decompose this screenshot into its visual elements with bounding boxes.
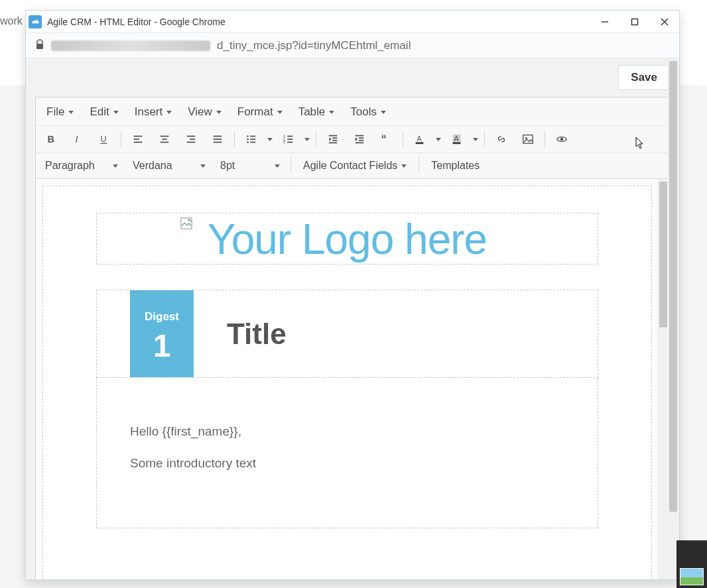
- font-size-select[interactable]: 8pt: [214, 156, 287, 176]
- separator: [290, 158, 291, 174]
- svg-marker-35: [329, 139, 332, 141]
- window-titlebar: Agile CRM - HTML Editor - Google Chrome: [26, 11, 679, 33]
- chevron-down-icon: [275, 164, 280, 168]
- text-color-button[interactable]: A: [407, 129, 443, 150]
- separator: [234, 131, 235, 147]
- menu-table[interactable]: Table: [292, 101, 342, 123]
- editor-frame: File Edit Insert View Format Table Tools…: [35, 97, 670, 579]
- chevron-down-icon: [473, 138, 478, 141]
- body-cell[interactable]: Hello {{first_name}}, Some introductory …: [96, 378, 598, 528]
- contact-fields-dropdown[interactable]: Agile Contact Fields: [295, 156, 415, 176]
- blockquote-button[interactable]: “: [373, 129, 399, 150]
- digest-label: Digest: [130, 310, 194, 323]
- digest-badge: Digest 1: [130, 290, 194, 377]
- svg-rect-1: [631, 19, 637, 25]
- svg-rect-4: [36, 44, 43, 49]
- popup-window: Agile CRM - HTML Editor - Google Chrome …: [25, 10, 680, 580]
- chevron-down-icon: [68, 111, 74, 114]
- outdent-button[interactable]: [320, 129, 346, 150]
- menu-file[interactable]: File: [40, 101, 80, 123]
- svg-rect-50: [523, 135, 533, 144]
- toolbar-formatting: B I U 123 “: [36, 126, 669, 153]
- minimize-button[interactable]: [590, 11, 619, 32]
- svg-text:“: “: [381, 133, 387, 145]
- underline-button[interactable]: U: [92, 129, 117, 150]
- chevron-down-icon: [113, 111, 119, 114]
- save-button[interactable]: Save: [618, 65, 670, 90]
- font-family-select[interactable]: Verdana: [126, 156, 212, 176]
- chevron-down-icon: [401, 164, 407, 168]
- svg-point-25: [247, 141, 249, 143]
- chevron-down-icon: [304, 138, 310, 141]
- svg-point-52: [560, 138, 564, 141]
- menubar: File Edit Insert View Format Table Tools: [36, 97, 669, 126]
- address-bar[interactable]: d_tiny_mce.jsp?id=tinyMCEhtml_email: [26, 33, 679, 58]
- window-title: Agile CRM - HTML Editor - Google Chrome: [47, 17, 225, 27]
- taskbar-thumbnail[interactable]: [676, 540, 707, 588]
- chevron-down-icon: [329, 111, 334, 114]
- insert-image-button[interactable]: [515, 129, 541, 150]
- separator: [403, 131, 403, 147]
- logo-placeholder[interactable]: Your Logo here: [96, 213, 598, 265]
- chevron-down-icon: [200, 164, 206, 168]
- svg-text:A: A: [417, 135, 422, 143]
- address-blurred: [51, 40, 210, 51]
- title-row[interactable]: Digest 1 Title: [96, 290, 598, 378]
- svg-text:3: 3: [283, 140, 285, 144]
- digest-number: 1: [130, 327, 194, 364]
- menu-view[interactable]: View: [181, 101, 228, 123]
- scrollbar-thumb[interactable]: [659, 182, 667, 327]
- separator: [545, 131, 545, 147]
- outer-scrollbar[interactable]: [667, 58, 679, 579]
- chevron-down-icon: [277, 111, 283, 114]
- chevron-down-icon: [381, 111, 386, 114]
- menu-format[interactable]: Format: [231, 101, 289, 123]
- insert-link-button[interactable]: [489, 129, 514, 150]
- menu-edit[interactable]: Edit: [83, 101, 125, 123]
- menu-tools[interactable]: Tools: [344, 101, 393, 123]
- background-color-button[interactable]: A: [444, 129, 480, 150]
- templates-button[interactable]: Templates: [423, 156, 487, 176]
- svg-text:B: B: [48, 134, 54, 145]
- window-controls: [590, 11, 679, 32]
- thumbnail-image-icon: [680, 568, 704, 585]
- separator: [316, 131, 316, 147]
- svg-point-21: [247, 135, 249, 137]
- scrollbar-thumb[interactable]: [669, 61, 677, 512]
- bullet-list-button[interactable]: [239, 129, 275, 150]
- separator: [484, 131, 485, 147]
- chevron-down-icon: [436, 138, 441, 141]
- indent-button[interactable]: [347, 129, 372, 150]
- align-right-button[interactable]: [178, 129, 204, 150]
- chevron-down-icon: [216, 111, 222, 114]
- svg-point-23: [247, 139, 249, 141]
- numbered-list-button[interactable]: 123: [276, 129, 312, 150]
- svg-marker-34: [329, 137, 332, 139]
- svg-rect-49: [453, 143, 461, 145]
- close-button[interactable]: [649, 11, 679, 32]
- greeting-text: Hello {{first_name}},: [130, 424, 564, 439]
- separator: [418, 158, 419, 174]
- align-center-button[interactable]: [152, 129, 177, 150]
- content-area: Save File Edit Insert View Format Table …: [26, 58, 679, 579]
- address-tail: d_tiny_mce.jsp?id=tinyMCEhtml_email: [217, 39, 411, 52]
- menu-insert[interactable]: Insert: [128, 101, 179, 123]
- template-title: Title: [227, 318, 287, 351]
- bold-button[interactable]: B: [38, 129, 64, 150]
- block-format-select[interactable]: Paragraph: [38, 156, 125, 176]
- svg-rect-46: [416, 143, 424, 145]
- align-left-button[interactable]: [125, 129, 151, 150]
- chevron-down-icon: [166, 111, 172, 114]
- chevron-down-icon: [267, 138, 273, 141]
- preview-button[interactable]: [549, 129, 574, 150]
- maximize-button[interactable]: [619, 11, 649, 32]
- editor-canvas-wrap: Your Logo here Digest 1 Title Hello {{fi…: [36, 179, 669, 579]
- align-justify-button[interactable]: [205, 129, 230, 150]
- svg-text:U: U: [101, 135, 107, 144]
- italic-button[interactable]: I: [65, 129, 90, 150]
- logo-text: Your Logo here: [208, 215, 487, 263]
- app-icon: [29, 15, 42, 29]
- svg-marker-40: [355, 137, 358, 141]
- editor-canvas[interactable]: Your Logo here Digest 1 Title Hello {{fi…: [42, 186, 652, 579]
- separator: [121, 131, 121, 147]
